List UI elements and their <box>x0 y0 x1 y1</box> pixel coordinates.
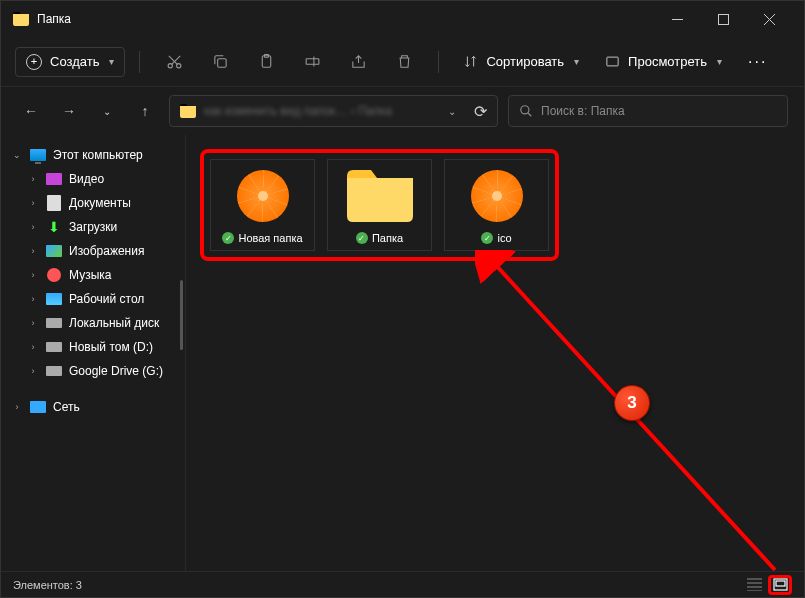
download-icon: ⬇ <box>45 219 63 235</box>
expand-icon[interactable]: › <box>27 342 39 352</box>
file-name: Папка <box>372 232 403 244</box>
sidebar-item-desktop[interactable]: ›Рабочий стол <box>5 287 181 311</box>
address-field[interactable]: как изменить вид папок… › Папка ⌄ ⟳ <box>169 95 498 127</box>
search-icon <box>519 104 533 118</box>
music-icon <box>47 268 61 282</box>
sidebar-item-local-disk[interactable]: ›Локальный диск <box>5 311 181 335</box>
refresh-button[interactable]: ⟳ <box>474 102 487 121</box>
folder-icon <box>345 168 415 224</box>
more-button[interactable]: ··· <box>738 47 777 77</box>
disk-icon <box>46 366 62 376</box>
address-path: как изменить вид папок… › Папка <box>204 104 440 118</box>
file-name: ico <box>497 232 511 244</box>
paste-button[interactable] <box>246 42 286 82</box>
titlebar: Папка <box>1 1 804 37</box>
sort-button[interactable]: Сортировать ▾ <box>453 48 589 75</box>
share-button[interactable] <box>338 42 378 82</box>
sidebar-label: Сеть <box>53 400 80 414</box>
expand-icon[interactable]: › <box>27 246 39 256</box>
recent-button[interactable]: ⌄ <box>93 97 121 125</box>
up-button[interactable]: ↑ <box>131 97 159 125</box>
create-button[interactable]: + Создать ▾ <box>15 47 125 77</box>
document-icon <box>47 195 61 211</box>
sidebar-label: Видео <box>69 172 104 186</box>
chevron-down-icon: ▾ <box>109 56 114 67</box>
expand-icon[interactable]: › <box>27 174 39 184</box>
svg-line-15 <box>528 113 532 117</box>
scrollbar-thumb[interactable] <box>180 280 183 350</box>
sidebar-item-pictures[interactable]: ›Изображения <box>5 239 181 263</box>
expand-icon[interactable]: › <box>27 270 39 280</box>
sync-badge-icon: ✓ <box>356 232 368 244</box>
sidebar-label: Рабочий стол <box>69 292 144 306</box>
sidebar-item-network[interactable]: › Сеть <box>5 395 181 419</box>
expand-icon[interactable]: › <box>27 222 39 232</box>
image-icon <box>46 245 62 257</box>
icons-view-button[interactable] <box>768 575 792 595</box>
sort-label: Сортировать <box>486 54 564 69</box>
back-button[interactable]: ← <box>17 97 45 125</box>
sidebar-item-this-pc[interactable]: ⌄ Этот компьютер <box>5 143 181 167</box>
plus-icon: + <box>26 54 42 70</box>
file-content-area[interactable]: ✓Новая папка ✓Папка ✓ico <box>186 135 804 571</box>
svg-point-14 <box>521 106 529 114</box>
toolbar: + Создать ▾ Сортировать ▾ Просмотреть ▾ … <box>1 37 804 87</box>
minimize-button[interactable] <box>654 1 700 37</box>
orange-icon <box>471 170 523 222</box>
sidebar-item-google-drive[interactable]: ›Google Drive (G:) <box>5 359 181 383</box>
forward-button[interactable]: → <box>55 97 83 125</box>
separator <box>438 51 439 73</box>
sync-badge-icon: ✓ <box>481 232 493 244</box>
disk-icon <box>46 318 62 328</box>
chevron-down-icon[interactable]: ⌄ <box>448 106 456 117</box>
copy-button[interactable] <box>200 42 240 82</box>
create-label: Создать <box>50 54 99 69</box>
expand-icon[interactable]: › <box>11 402 23 412</box>
sidebar-label: Документы <box>69 196 131 210</box>
sidebar-label: Google Drive (G:) <box>69 364 163 378</box>
sidebar-label: Изображения <box>69 244 144 258</box>
details-view-button[interactable] <box>742 575 766 595</box>
orange-icon <box>237 170 289 222</box>
file-item[interactable]: ✓Новая папка <box>210 159 315 251</box>
sidebar-label: Новый том (D:) <box>69 340 153 354</box>
network-icon <box>30 401 46 413</box>
window-title: Папка <box>37 12 654 26</box>
expand-icon[interactable]: › <box>27 198 39 208</box>
status-count: 3 <box>76 579 82 591</box>
file-item[interactable]: ✓Папка <box>327 159 432 251</box>
sidebar-label: Этот компьютер <box>53 148 143 162</box>
sidebar-item-video[interactable]: ›Видео <box>5 167 181 191</box>
view-label: Просмотреть <box>628 54 707 69</box>
disk-icon <box>46 342 62 352</box>
sidebar-item-music[interactable]: ›Музыка <box>5 263 181 287</box>
rename-button[interactable] <box>292 42 332 82</box>
maximize-button[interactable] <box>700 1 746 37</box>
status-bar: Элементов: 3 <box>1 571 804 597</box>
collapse-icon[interactable]: ⌄ <box>11 150 23 160</box>
status-count-label: Элементов: <box>13 579 73 591</box>
svg-rect-11 <box>306 59 319 65</box>
view-button[interactable]: Просмотреть ▾ <box>595 48 732 75</box>
sync-badge-icon: ✓ <box>222 232 234 244</box>
search-field[interactable]: Поиск в: Папка <box>508 95 788 127</box>
annotation-step-badge: 3 <box>614 385 650 421</box>
expand-icon[interactable]: › <box>27 294 39 304</box>
cut-button[interactable] <box>154 42 194 82</box>
expand-icon[interactable]: › <box>27 366 39 376</box>
svg-rect-1 <box>718 14 728 24</box>
close-button[interactable] <box>746 1 792 37</box>
svg-rect-13 <box>607 57 618 66</box>
annotation-highlight: ✓Новая папка ✓Папка ✓ico <box>200 149 559 261</box>
delete-button[interactable] <box>384 42 424 82</box>
sidebar-item-documents[interactable]: ›Документы <box>5 191 181 215</box>
expand-icon[interactable]: › <box>27 318 39 328</box>
chevron-down-icon: ▾ <box>574 56 579 67</box>
sidebar-item-downloads[interactable]: ›⬇Загрузки <box>5 215 181 239</box>
address-bar: ← → ⌄ ↑ как изменить вид папок… › Папка … <box>1 87 804 135</box>
sidebar-item-new-volume[interactable]: ›Новый том (D:) <box>5 335 181 359</box>
separator <box>139 51 140 73</box>
file-item[interactable]: ✓ico <box>444 159 549 251</box>
sidebar: ⌄ Этот компьютер ›Видео ›Документы ›⬇Заг… <box>1 135 186 571</box>
desktop-icon <box>46 293 62 305</box>
